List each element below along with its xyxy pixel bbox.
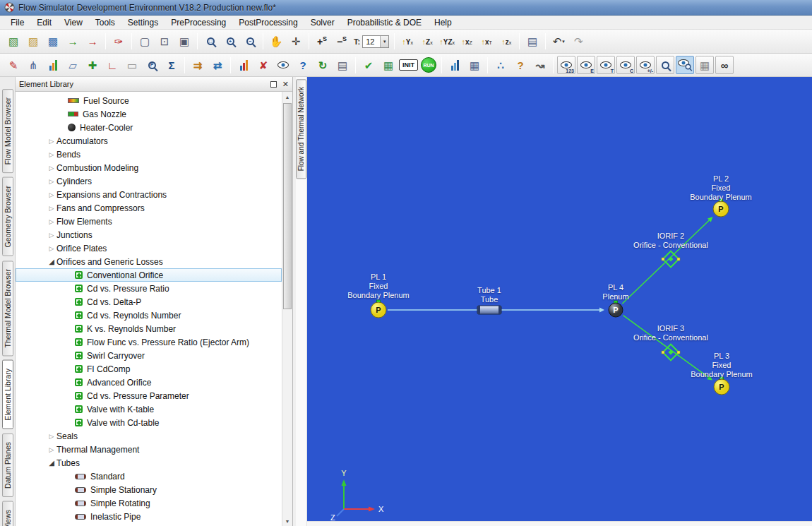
menu-probabilistic-doe[interactable]: Probabilistic & DOE [341, 16, 428, 29]
save-model-icon[interactable]: ▩ [44, 32, 62, 51]
check-model-icon[interactable]: ✔ [359, 56, 378, 74]
scroll-down-icon[interactable]: ▼ [282, 516, 292, 526]
tree-item-fi-cdcomp[interactable]: FI CdComp [16, 362, 282, 376]
tree-item-heater-cooler[interactable]: Heater-Cooler [16, 121, 282, 134]
model-table-icon[interactable]: ▦ [379, 56, 398, 74]
binoculars-icon[interactable]: ∞ [715, 56, 734, 74]
sidebar-tab-saved-views[interactable]: Saved Views [2, 501, 13, 526]
show-elements-icon[interactable]: E [577, 56, 595, 74]
tree-item-cd-vs-pressure-ratio[interactable]: Cd vs. Pressure Ratio [16, 282, 282, 295]
sidebar-tab-flow-model-browser[interactable]: Flow Model Browser [2, 89, 13, 173]
zoom-out-icon[interactable]: − [241, 32, 259, 51]
expander-closed-icon[interactable]: ▷ [47, 205, 56, 212]
menu-solver[interactable]: Solver [304, 16, 341, 29]
chevron-down-icon[interactable]: ▾ [562, 39, 565, 44]
show-thermal-icon[interactable]: T [597, 56, 615, 74]
menu-edit[interactable]: Edit [30, 16, 58, 29]
menu-settings[interactable]: Settings [121, 16, 165, 29]
show-signs-icon[interactable]: +/- [636, 56, 655, 74]
tree-item-inelastic-pipe[interactable]: Inelastic Pipe [16, 510, 282, 523]
plane-icon[interactable]: ▭ [123, 56, 141, 74]
view-xt-icon[interactable]: ↑xT [477, 32, 496, 51]
tree-scrollbar[interactable]: ▲ ▼ [282, 92, 292, 526]
zoom-window-icon[interactable]: □ [201, 32, 220, 51]
menu-postprocessing[interactable]: PostProcessing [232, 16, 304, 29]
tree-item-gas-nozzle[interactable]: Gas Nozzle [16, 107, 282, 121]
tree-item-turbulated-passage[interactable]: Turbulated Passage [16, 523, 282, 526]
search-icon[interactable] [656, 56, 674, 74]
tree-item-junctions[interactable]: ▷Junctions [16, 228, 282, 241]
transform-icon[interactable]: ⇉ [189, 56, 207, 74]
scroll-up-icon[interactable]: ▲ [282, 92, 292, 102]
expander-closed-icon[interactable]: ▷ [47, 232, 56, 239]
tree-item-orifice-plates[interactable]: ▷Orifice Plates [16, 241, 282, 255]
tree-item-flow-elements[interactable]: ▷Flow Elements [16, 215, 282, 228]
output-window-icon[interactable]: ▤ [523, 32, 542, 51]
tree-item-cylinders[interactable]: ▷Cylinders [16, 174, 282, 188]
view-yx-icon[interactable]: ↑Yx [398, 32, 417, 51]
preview-icon[interactable] [274, 56, 292, 74]
network-canvas[interactable]: PPPPYXZPL 1FixedBoundary PlenumTube 1Tub… [307, 77, 812, 521]
init-button[interactable]: INIT [399, 59, 418, 71]
expander-closed-icon[interactable]: ▷ [47, 446, 56, 453]
tree-item-cd-vs-pressure-parameter[interactable]: Cd vs. Pressure Parameter [16, 389, 282, 402]
grid-icon[interactable]: ▦ [695, 56, 714, 74]
node-pl1[interactable]: P [371, 300, 386, 318]
tree-item-accumulators[interactable]: ▷Accumulators [16, 134, 282, 148]
expander-closed-icon[interactable]: ▷ [47, 178, 56, 185]
node-iorif3[interactable] [662, 345, 680, 361]
redo-icon[interactable]: ↷ [569, 32, 587, 51]
tree-item-orifices-and-generic-losses[interactable]: ◢Orifices and Generic Losses [16, 255, 282, 268]
zoom-in-icon[interactable]: + [221, 32, 239, 51]
font-size-select[interactable]: T:12▾ [353, 32, 390, 51]
view-xz-icon[interactable]: ↑xZ [458, 32, 476, 51]
summation-icon[interactable]: Σ [162, 56, 181, 74]
tree-item-simple-stationary[interactable]: Simple Stationary [16, 483, 282, 496]
scale-down-icon[interactable]: −S [333, 32, 351, 51]
tree-item-thermal-management[interactable]: ▷Thermal Management [16, 443, 282, 456]
expander-closed-icon[interactable]: ▷ [47, 433, 56, 440]
xy-plot-icon[interactable]: ∴ [491, 56, 510, 74]
tree-item-advanced-orifice[interactable]: Advanced Orifice [16, 376, 282, 389]
select-box-icon[interactable]: ▣ [175, 32, 193, 51]
tree-item-valve-with-k-table[interactable]: Valve with K-table [16, 402, 282, 416]
menu-help[interactable]: Help [428, 16, 458, 29]
tree-item-standard[interactable]: Standard [16, 470, 282, 483]
expander-closed-icon[interactable]: ▷ [47, 165, 56, 172]
sidebar-tab-thermal-model-browser[interactable]: Thermal Model Browser [2, 261, 13, 356]
find-element-icon[interactable]: P [143, 56, 161, 74]
sidebar-tab-datum-planes[interactable]: Datum Planes [2, 434, 13, 497]
menu-view[interactable]: View [58, 16, 89, 29]
tab-flow-thermal-network[interactable]: Flow and Thermal Network [296, 79, 306, 179]
scale-up-icon[interactable]: +S [313, 32, 331, 51]
tree-item-conventional-orifice[interactable]: Conventional Orifice [16, 268, 282, 282]
properties-icon[interactable]: ? [294, 56, 312, 74]
tree-item-combustion-modeling[interactable]: ▷Combustion Modeling [16, 161, 282, 174]
tree-item-tubes[interactable]: ◢Tubes [16, 456, 282, 470]
node-pl3[interactable]: P [714, 377, 729, 395]
undo-icon[interactable]: ↶▾ [549, 32, 568, 51]
results-chart-icon[interactable] [446, 56, 464, 74]
select-region-icon[interactable]: ▢ [136, 32, 154, 51]
convergence-icon[interactable]: ? [511, 56, 530, 74]
chevron-down-icon[interactable]: ▾ [380, 36, 388, 47]
tree-item-cd-vs-delta-p[interactable]: Cd vs. Delta-P [16, 295, 282, 309]
node-pl4[interactable]: P [609, 301, 623, 317]
tree-item-bends[interactable]: ▷Bends [16, 148, 282, 161]
tree-item-cd-vs-reynolds-number[interactable]: Cd vs. Reynolds Number [16, 309, 282, 322]
tree-item-swirl-carryover[interactable]: Swirl Carryover [16, 349, 282, 362]
column-chart-icon[interactable] [234, 56, 253, 74]
refresh-icon[interactable]: ↻ [314, 56, 332, 74]
delete-network-icon[interactable]: ✘ [254, 56, 273, 74]
expander-open-icon[interactable]: ◢ [47, 258, 56, 265]
tree-item-valve-with-cd-table[interactable]: Valve with Cd-table [16, 416, 282, 429]
font-size-combo[interactable]: 12▾ [362, 35, 389, 48]
results-table-icon[interactable]: ▦ [465, 56, 484, 74]
new-model-icon[interactable]: ▧ [4, 32, 23, 51]
node-pl2[interactable]: P [713, 199, 729, 217]
mapping-icon[interactable]: ⇄ [208, 56, 227, 74]
add-element-icon[interactable]: ✚ [83, 56, 102, 74]
tree-item-expansions-and-contractions[interactable]: ▷Expansions and Contractions [16, 188, 282, 201]
menu-file[interactable]: File [4, 16, 30, 29]
draw-element-icon[interactable]: ✎ [4, 56, 23, 74]
